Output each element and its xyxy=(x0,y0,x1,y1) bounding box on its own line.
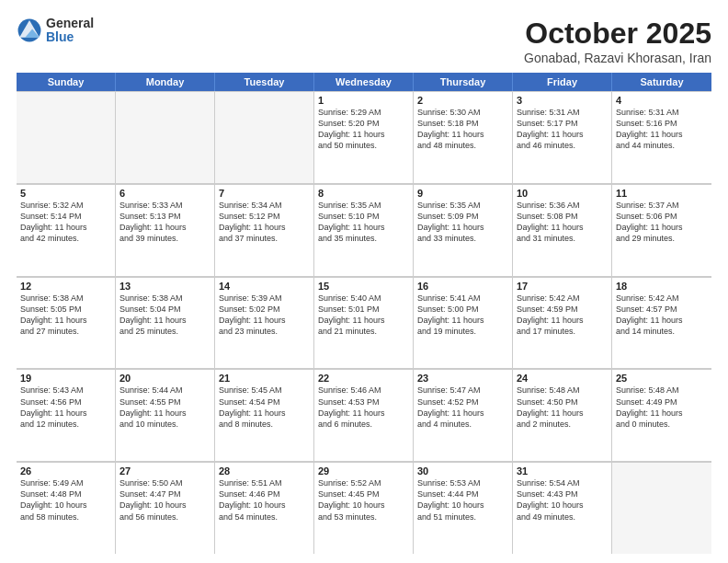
calendar-cell: 9Sunrise: 5:35 AM Sunset: 5:09 PM Daylig… xyxy=(414,184,513,276)
day-number: 19 xyxy=(20,373,111,384)
calendar-cell xyxy=(215,91,314,183)
day-number: 22 xyxy=(318,373,409,384)
cell-content: Sunrise: 5:41 AM Sunset: 5:00 PM Dayligh… xyxy=(417,293,508,338)
day-number: 30 xyxy=(417,465,508,477)
logo: General Blue xyxy=(17,17,94,45)
calendar-cell: 25Sunrise: 5:48 AM Sunset: 4:49 PM Dayli… xyxy=(612,369,711,461)
cell-content: Sunrise: 5:38 AM Sunset: 5:05 PM Dayligh… xyxy=(20,293,111,338)
day-number: 23 xyxy=(417,373,508,384)
calendar-cell xyxy=(17,91,116,183)
header-friday: Friday xyxy=(513,73,612,91)
calendar-row-0: 1Sunrise: 5:29 AM Sunset: 5:20 PM Daylig… xyxy=(17,91,711,184)
day-number: 2 xyxy=(417,95,508,106)
calendar-cell: 19Sunrise: 5:43 AM Sunset: 4:56 PM Dayli… xyxy=(17,369,116,461)
cell-content: Sunrise: 5:30 AM Sunset: 5:18 PM Dayligh… xyxy=(417,107,508,152)
calendar-cell: 16Sunrise: 5:41 AM Sunset: 5:00 PM Dayli… xyxy=(414,277,513,369)
cell-content: Sunrise: 5:49 AM Sunset: 4:48 PM Dayligh… xyxy=(20,477,111,523)
day-number: 11 xyxy=(616,188,708,199)
month-title: October 2025 xyxy=(524,17,711,51)
calendar-cell: 6Sunrise: 5:33 AM Sunset: 5:13 PM Daylig… xyxy=(116,184,215,276)
calendar-cell: 18Sunrise: 5:42 AM Sunset: 4:57 PM Dayli… xyxy=(612,277,711,369)
calendar-cell: 27Sunrise: 5:50 AM Sunset: 4:47 PM Dayli… xyxy=(116,462,215,554)
calendar-cell: 7Sunrise: 5:34 AM Sunset: 5:12 PM Daylig… xyxy=(215,184,314,276)
cell-content: Sunrise: 5:35 AM Sunset: 5:10 PM Dayligh… xyxy=(318,200,409,245)
day-number: 27 xyxy=(119,465,210,477)
cell-content: Sunrise: 5:50 AM Sunset: 4:47 PM Dayligh… xyxy=(119,477,210,523)
calendar-cell: 21Sunrise: 5:45 AM Sunset: 4:54 PM Dayli… xyxy=(215,369,314,461)
calendar-cell xyxy=(612,462,711,554)
day-number: 6 xyxy=(119,188,210,199)
calendar-cell: 22Sunrise: 5:46 AM Sunset: 4:53 PM Dayli… xyxy=(314,369,414,461)
calendar-cell: 12Sunrise: 5:38 AM Sunset: 5:05 PM Dayli… xyxy=(17,277,116,369)
day-number: 13 xyxy=(119,281,210,292)
cell-content: Sunrise: 5:43 AM Sunset: 4:56 PM Dayligh… xyxy=(20,385,111,430)
cell-content: Sunrise: 5:48 AM Sunset: 4:49 PM Dayligh… xyxy=(616,385,708,430)
day-number: 8 xyxy=(318,188,409,199)
day-number: 14 xyxy=(219,281,310,292)
header: General Blue October 2025 Gonabad, Razav… xyxy=(17,17,711,65)
header-wednesday: Wednesday xyxy=(314,73,414,91)
day-number: 17 xyxy=(517,281,608,292)
header-thursday: Thursday xyxy=(414,73,513,91)
calendar-cell: 26Sunrise: 5:49 AM Sunset: 4:48 PM Dayli… xyxy=(17,462,116,554)
cell-content: Sunrise: 5:54 AM Sunset: 4:43 PM Dayligh… xyxy=(517,477,608,523)
day-number: 20 xyxy=(119,373,210,384)
calendar-cell: 13Sunrise: 5:38 AM Sunset: 5:04 PM Dayli… xyxy=(116,277,215,369)
cell-content: Sunrise: 5:39 AM Sunset: 5:02 PM Dayligh… xyxy=(219,293,310,338)
day-number: 28 xyxy=(219,465,310,477)
calendar-cell: 5Sunrise: 5:32 AM Sunset: 5:14 PM Daylig… xyxy=(17,184,116,276)
calendar-cell: 2Sunrise: 5:30 AM Sunset: 5:18 PM Daylig… xyxy=(414,91,513,183)
cell-content: Sunrise: 5:32 AM Sunset: 5:14 PM Dayligh… xyxy=(20,200,111,245)
cell-content: Sunrise: 5:42 AM Sunset: 4:59 PM Dayligh… xyxy=(517,293,608,338)
calendar: Sunday Monday Tuesday Wednesday Thursday… xyxy=(17,73,711,554)
cell-content: Sunrise: 5:45 AM Sunset: 4:54 PM Dayligh… xyxy=(219,385,310,430)
calendar-cell: 8Sunrise: 5:35 AM Sunset: 5:10 PM Daylig… xyxy=(314,184,414,276)
day-number: 16 xyxy=(417,281,508,292)
cell-content: Sunrise: 5:44 AM Sunset: 4:55 PM Dayligh… xyxy=(119,385,210,430)
cell-content: Sunrise: 5:29 AM Sunset: 5:20 PM Dayligh… xyxy=(318,107,409,152)
page: General Blue October 2025 Gonabad, Razav… xyxy=(0,0,728,563)
cell-content: Sunrise: 5:35 AM Sunset: 5:09 PM Dayligh… xyxy=(417,200,508,245)
calendar-cell: 11Sunrise: 5:37 AM Sunset: 5:06 PM Dayli… xyxy=(612,184,711,276)
day-number: 9 xyxy=(417,188,508,199)
calendar-row-3: 19Sunrise: 5:43 AM Sunset: 4:56 PM Dayli… xyxy=(17,369,711,462)
calendar-cell: 30Sunrise: 5:53 AM Sunset: 4:44 PM Dayli… xyxy=(414,462,513,554)
cell-content: Sunrise: 5:53 AM Sunset: 4:44 PM Dayligh… xyxy=(417,477,508,523)
cell-content: Sunrise: 5:34 AM Sunset: 5:12 PM Dayligh… xyxy=(219,200,310,245)
cell-content: Sunrise: 5:46 AM Sunset: 4:53 PM Dayligh… xyxy=(318,385,409,430)
day-number: 18 xyxy=(616,281,708,292)
cell-content: Sunrise: 5:42 AM Sunset: 4:57 PM Dayligh… xyxy=(616,293,708,338)
calendar-cell: 4Sunrise: 5:31 AM Sunset: 5:16 PM Daylig… xyxy=(612,91,711,183)
calendar-body: 1Sunrise: 5:29 AM Sunset: 5:20 PM Daylig… xyxy=(17,91,711,554)
calendar-cell: 28Sunrise: 5:51 AM Sunset: 4:46 PM Dayli… xyxy=(215,462,314,554)
location: Gonabad, Razavi Khorasan, Iran xyxy=(524,51,711,65)
day-number: 15 xyxy=(318,281,409,292)
header-saturday: Saturday xyxy=(612,73,711,91)
day-number: 21 xyxy=(219,373,310,384)
calendar-cell: 10Sunrise: 5:36 AM Sunset: 5:08 PM Dayli… xyxy=(513,184,612,276)
calendar-cell: 14Sunrise: 5:39 AM Sunset: 5:02 PM Dayli… xyxy=(215,277,314,369)
logo-general: General xyxy=(46,17,94,30)
day-number: 1 xyxy=(318,95,409,106)
day-number: 29 xyxy=(318,465,409,477)
calendar-cell: 15Sunrise: 5:40 AM Sunset: 5:01 PM Dayli… xyxy=(314,277,414,369)
day-number: 4 xyxy=(616,95,708,106)
day-number: 7 xyxy=(219,188,310,199)
calendar-cell: 17Sunrise: 5:42 AM Sunset: 4:59 PM Dayli… xyxy=(513,277,612,369)
calendar-cell xyxy=(116,91,215,183)
day-number: 5 xyxy=(20,188,111,199)
day-number: 3 xyxy=(517,95,608,106)
header-sunday: Sunday xyxy=(17,73,116,91)
logo-icon xyxy=(17,17,42,43)
calendar-row-2: 12Sunrise: 5:38 AM Sunset: 5:05 PM Dayli… xyxy=(17,277,711,370)
cell-content: Sunrise: 5:51 AM Sunset: 4:46 PM Dayligh… xyxy=(219,477,310,523)
cell-content: Sunrise: 5:31 AM Sunset: 5:16 PM Dayligh… xyxy=(616,107,708,152)
cell-content: Sunrise: 5:47 AM Sunset: 4:52 PM Dayligh… xyxy=(417,385,508,430)
header-monday: Monday xyxy=(116,73,215,91)
cell-content: Sunrise: 5:38 AM Sunset: 5:04 PM Dayligh… xyxy=(119,293,210,338)
logo-blue: Blue xyxy=(46,30,94,44)
header-tuesday: Tuesday xyxy=(215,73,314,91)
day-number: 26 xyxy=(20,465,111,477)
calendar-cell: 1Sunrise: 5:29 AM Sunset: 5:20 PM Daylig… xyxy=(314,91,414,183)
cell-content: Sunrise: 5:40 AM Sunset: 5:01 PM Dayligh… xyxy=(318,293,409,338)
